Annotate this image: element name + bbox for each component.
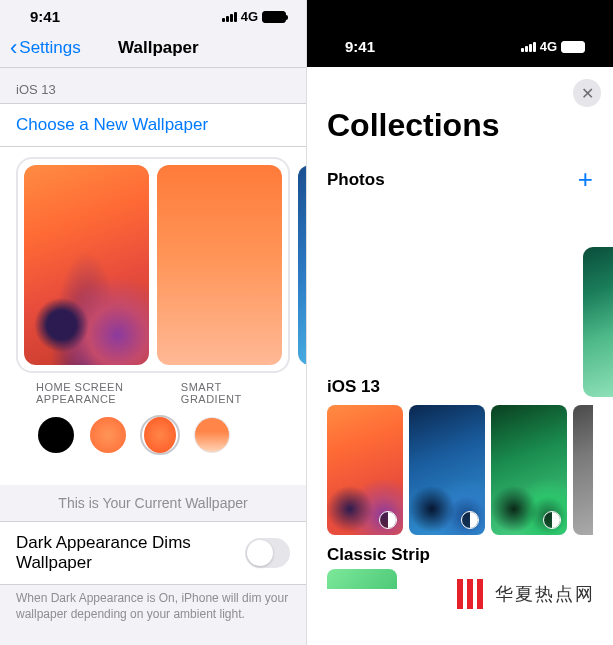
close-icon: ✕ bbox=[581, 84, 594, 103]
wallpaper-thumb-more[interactable] bbox=[573, 405, 593, 535]
light-dark-mode-icon bbox=[461, 511, 479, 529]
color-option-orange-selected[interactable] bbox=[140, 415, 180, 455]
network-label: 4G bbox=[241, 9, 258, 24]
collections-sheet: ✕ Collections Photos + iOS 13 bbox=[307, 67, 613, 645]
dark-dims-footer: When Dark Appearance is On, iPhone will … bbox=[0, 585, 306, 628]
color-option-gradient[interactable] bbox=[192, 415, 232, 455]
classic-thumb-green[interactable] bbox=[327, 569, 397, 589]
sheet-title: Collections bbox=[307, 67, 613, 160]
home-screen-preview bbox=[157, 165, 282, 365]
current-wallpaper-label: This is Your Current Wallpaper bbox=[0, 485, 306, 521]
status-bar: 9:41 4G bbox=[315, 30, 605, 59]
dark-dims-row: Dark Appearance Dims Wallpaper bbox=[0, 521, 306, 585]
home-appearance-label: HOME SCREEN APPEARANCE bbox=[36, 381, 181, 405]
watermark-logo-icon bbox=[455, 577, 489, 611]
battery-icon bbox=[561, 41, 585, 53]
status-time: 9:41 bbox=[345, 38, 375, 55]
close-button[interactable]: ✕ bbox=[573, 79, 601, 107]
battery-icon bbox=[262, 11, 286, 23]
wallpaper-preview: HOME SCREEN APPEARANCE SMART GRADIENT bbox=[0, 147, 306, 485]
color-options bbox=[16, 411, 290, 469]
lock-screen-preview bbox=[24, 165, 149, 365]
sheet-backdrop: 9:41 4G bbox=[307, 0, 613, 67]
ios13-label: iOS 13 bbox=[327, 377, 593, 397]
signal-icon bbox=[222, 12, 237, 22]
ios13-section: iOS 13 bbox=[307, 377, 613, 535]
dark-dims-label: Dark Appearance Dims Wallpaper bbox=[16, 533, 245, 573]
light-dark-mode-icon bbox=[543, 511, 561, 529]
status-right: 4G bbox=[222, 9, 286, 24]
settings-wallpaper-screen: 9:41 4G ‹ Settings Wallpaper iOS 13 Choo… bbox=[0, 0, 307, 645]
status-right: 4G bbox=[521, 39, 585, 54]
wallpaper-thumb-orange[interactable] bbox=[327, 405, 403, 535]
collections-screen: 9:41 4G ✕ Collections Photos + iOS 13 bbox=[307, 0, 613, 645]
nav-bar: ‹ Settings Wallpaper bbox=[0, 29, 306, 68]
appearance-labels: HOME SCREEN APPEARANCE SMART GRADIENT bbox=[16, 373, 290, 411]
watermark: 华夏热点网 bbox=[447, 573, 603, 615]
photos-label: Photos bbox=[327, 170, 385, 190]
status-bar: 9:41 4G bbox=[0, 0, 306, 29]
network-label: 4G bbox=[540, 39, 557, 54]
watermark-text: 华夏热点网 bbox=[495, 582, 595, 606]
choose-wallpaper-link[interactable]: Choose a New Wallpaper bbox=[0, 103, 306, 147]
ios13-thumbs bbox=[327, 405, 593, 535]
wallpaper-thumb-green[interactable] bbox=[491, 405, 567, 535]
smart-gradient-label: SMART GRADIENT bbox=[181, 381, 270, 405]
add-photo-button[interactable]: + bbox=[578, 164, 593, 195]
signal-icon bbox=[521, 42, 536, 52]
classic-stripes-label: Classic Strip bbox=[307, 535, 613, 569]
color-option-orange[interactable] bbox=[88, 415, 128, 455]
status-time: 9:41 bbox=[30, 8, 60, 25]
section-header: iOS 13 bbox=[0, 68, 306, 103]
light-dark-mode-icon bbox=[379, 511, 397, 529]
wallpaper-thumb-blue[interactable] bbox=[409, 405, 485, 535]
collection-thumb-peek[interactable] bbox=[583, 247, 613, 397]
page-title: Wallpaper bbox=[21, 38, 296, 58]
color-option-black[interactable] bbox=[36, 415, 76, 455]
photos-row: Photos + bbox=[307, 160, 613, 207]
chevron-left-icon: ‹ bbox=[10, 37, 17, 59]
preview-pair[interactable] bbox=[16, 157, 290, 373]
dark-dims-toggle[interactable] bbox=[245, 538, 290, 568]
next-wallpaper-peek[interactable] bbox=[298, 165, 307, 365]
